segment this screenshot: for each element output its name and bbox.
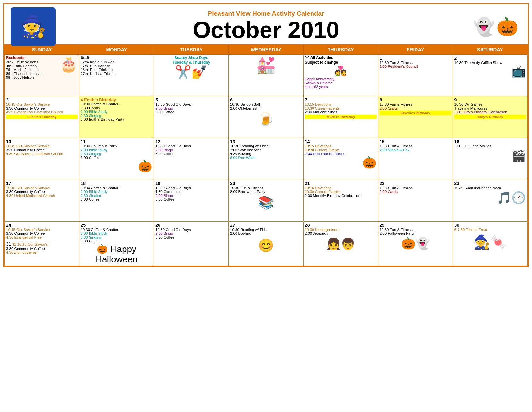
fri4-event2: 2:00 Cards bbox=[380, 190, 398, 194]
mon4-event3: 2:30 Singing bbox=[81, 194, 101, 197]
cell-r4-wed: 27 10:30 Reading w/ Ebba 2:00 Bowling 😊 bbox=[229, 222, 304, 266]
day-30: 30 bbox=[454, 223, 526, 228]
sat4-event1: 10:30 Rock around the clock bbox=[454, 186, 501, 190]
lucille-birthday: Lucille's Birthday bbox=[6, 115, 78, 119]
sat2-event2: Traveling Manicures bbox=[454, 106, 487, 110]
mon3-event2: 2:00 Bible Study bbox=[81, 148, 107, 152]
sun3-event1: 10:15 Our Savior's Service bbox=[6, 144, 50, 148]
day-15: 15 bbox=[380, 139, 451, 144]
cell-r1-fri: 8 10:30 Fun & Fitness 2:00 Crafts Elsena… bbox=[378, 96, 453, 138]
cell-r2-tue: 12 10:30 Good Old Days 2:00 Bingo 3:00 C… bbox=[154, 138, 229, 180]
fri2-event1: 10:30 Fun & Fitness bbox=[380, 102, 413, 106]
cell-r2-fri: 15 10:30 Fun & Fitness 2:00 Minnie & Fay bbox=[378, 138, 453, 180]
cell-r3-wed: 20 10:30 Fun & Fitness 2:00 Bookworm Par… bbox=[229, 180, 304, 222]
scissors-icon: ✂️💅 bbox=[155, 65, 227, 80]
tue2-event2: 2:00 Bingo bbox=[155, 106, 173, 110]
cell-r4-mon: 25 10:30 Coffee & Chatter 2:00 Bible Stu… bbox=[79, 222, 154, 266]
tue3-event3: 3:00 Coffee bbox=[155, 152, 174, 156]
calendar-row-3: 17 10:15 Our Savior's Service 3:30 Commu… bbox=[4, 180, 528, 222]
residents-label: Residents: bbox=[6, 56, 26, 60]
mon5-event3: 2:30 Singing bbox=[81, 235, 101, 239]
cell-r2-thu: 14 10:15 Devotions 10:30 Current Events … bbox=[303, 138, 378, 180]
day-25: 25 bbox=[81, 223, 152, 228]
cell-r0-sat: 2 10:30 The Andy Griffith Show 📺 bbox=[453, 55, 528, 96]
day-5: 5 bbox=[155, 97, 227, 102]
cell-r0-sun: 🎂 Residents: 3rd- Lucille Wilkens 4th- E… bbox=[4, 55, 79, 96]
mon2-event3: 2:00 Bible Study bbox=[81, 110, 107, 114]
cell-r0-thu: *** All Activities Subject to change 💑 H… bbox=[303, 55, 378, 96]
resident-1: 3rd- Lucille Wilkens bbox=[6, 60, 38, 64]
cell-r0-tue: Beauty Shop Days Tuesday & Thursday ✂️💅 bbox=[154, 55, 229, 96]
mon2-event4: 2:30 Singing bbox=[81, 114, 101, 118]
sat1-event1: 10:30 The Andy Griffith Show bbox=[454, 61, 502, 65]
fri5-event1: 10:30 Fun & Fitness bbox=[380, 228, 413, 232]
wed2-event1: 10:30 Balloon Ball bbox=[230, 102, 260, 106]
all-activities-line1: *** All Activities bbox=[305, 56, 333, 60]
mon4-event4: 3:00 Coffee bbox=[81, 197, 99, 201]
thu2-event1: 10:15 Devotions bbox=[305, 102, 331, 106]
mon2-event2: 1:30 Library bbox=[81, 106, 100, 110]
tue5-event1: 10:30 Good Old Days bbox=[155, 228, 191, 232]
fri5-event2: 2:00 Halloween Party bbox=[380, 232, 415, 235]
cell-r4-tue: 26 10:30 Good Old Days 2:00 Bingo 3:00 C… bbox=[154, 222, 229, 266]
halloween-party-icon: 🎃👻 bbox=[380, 237, 451, 250]
thu4-event1: 10:15 Devotions bbox=[305, 186, 331, 190]
day-13: 13 bbox=[230, 139, 302, 144]
pumpkin-icon: 🎃 bbox=[305, 156, 377, 169]
mon3-event1: 10:30 Columbus Party bbox=[81, 144, 117, 148]
cell-r2-sun: 10 10:15 Our Savior's Service 3:30 Commu… bbox=[4, 138, 79, 180]
tv-icon: 📺 bbox=[454, 65, 526, 78]
cell-r1-tue: 5 10:30 Good Old Days 2:00 Bingo 3:00 Co… bbox=[154, 96, 229, 138]
music-icon: 🎵🕐 bbox=[454, 191, 526, 205]
mon4-event2: 2:00 Bible Study bbox=[81, 190, 107, 194]
resident-4: 8th- Elsena Hohensee bbox=[6, 72, 43, 75]
sun5-event2: 3:30 Community Coffee bbox=[6, 232, 45, 235]
thu2-event3: 2:00 Marlowe Sings bbox=[305, 110, 337, 114]
anniversary-note3: 4th is 62 years bbox=[305, 85, 328, 89]
mon5-event4: 3:00 Coffee bbox=[81, 239, 99, 243]
thu5-event2: 2:00 Jeopardy bbox=[305, 232, 328, 235]
day-23: 23 bbox=[454, 181, 526, 186]
staff-2: 17th- Sue Hanson bbox=[81, 64, 110, 68]
mon4-event1: 10:30 Coffee & Chatter bbox=[81, 186, 118, 190]
cell-r4-sun: 24 10:15 Our Savior's Service 3:30 Commu… bbox=[4, 222, 79, 266]
fri4-event1: 10:30 Fun & Fitness bbox=[380, 186, 413, 190]
wed3-event1: 10:30 Reading w/ Ebba bbox=[230, 144, 269, 148]
wed3-event4: 6:00 Ron White bbox=[230, 156, 255, 160]
sun2-event2: 3:30 Community Coffee bbox=[6, 106, 45, 110]
wed3-event2: 2:00 Staff Inservice bbox=[230, 148, 262, 152]
fri3-event2: 2:00 Minnie & Fay bbox=[380, 148, 409, 152]
day-20: 20 bbox=[230, 181, 302, 186]
col-header-tuesday: TUESDAY bbox=[154, 45, 229, 55]
day-19: 19 bbox=[155, 181, 227, 186]
sun5-event1: 10:15 Our Savior's Service bbox=[6, 228, 50, 232]
day-8: 8 bbox=[380, 97, 451, 102]
all-activities-line2: Subject to change bbox=[305, 60, 338, 65]
witch-sat-icon: 🧙🍬 bbox=[454, 234, 526, 250]
sun3-event3: 4:30 Our Savior's Lutheran Church bbox=[6, 152, 63, 156]
sun5-event3: 4:30 Evangelical Free bbox=[6, 235, 42, 239]
day-9: 9 bbox=[454, 97, 526, 102]
witch-decoration: 🧙 bbox=[7, 6, 59, 48]
cell-r3-sun: 17 10:15 Our Savior's Service 3:30 Commu… bbox=[4, 180, 79, 222]
day-21: 21 bbox=[305, 181, 377, 186]
wed5-event1: 10:30 Reading w/ Ebba bbox=[230, 228, 269, 232]
cell-r1-sat: 9 10:30 Wii Games Traveling Manicures 2:… bbox=[453, 96, 528, 138]
cell-r3-thu: 21 10:15 Devotions 10:30 Current Events … bbox=[303, 180, 378, 222]
calendar-row-4: 24 10:15 Our Savior's Service 3:30 Commu… bbox=[4, 222, 528, 266]
sun4-event1: 10:15 Our Savior's Service bbox=[6, 186, 50, 190]
cell-r4-thu: 28 10:30 Kindergartners 2:00 Jeopardy 👧👦 bbox=[303, 222, 378, 266]
thu3-event1: 10:15 Devotions bbox=[305, 144, 331, 148]
mon3-event3: 2:30 Singing bbox=[81, 152, 101, 156]
tue2-event1: 10:30 Good Old Days bbox=[155, 102, 191, 106]
staff-label: Staff: bbox=[81, 56, 90, 60]
calendar-table: SUNDAY MONDAY TUESDAY WEDNESDAY THURSDAY… bbox=[4, 44, 528, 266]
tue2-event3: 3:00 Coffee bbox=[155, 110, 174, 114]
wed3-event3: 4:30 Bowling bbox=[230, 152, 251, 156]
tue4-event4: 3:00 Coffee bbox=[155, 197, 174, 201]
sun5-extra1: 31 10:15 Our Savior's bbox=[12, 242, 48, 246]
mon5-event1: 10:30 Coffee & Chatter bbox=[81, 228, 118, 232]
cell-r1-wed: 6 10:30 Balloon Ball 2:00 Oktoberfest 🍺 bbox=[229, 96, 304, 138]
birthday-cake-icon: 🎂 bbox=[60, 56, 78, 73]
day-2: 2 bbox=[454, 56, 526, 61]
